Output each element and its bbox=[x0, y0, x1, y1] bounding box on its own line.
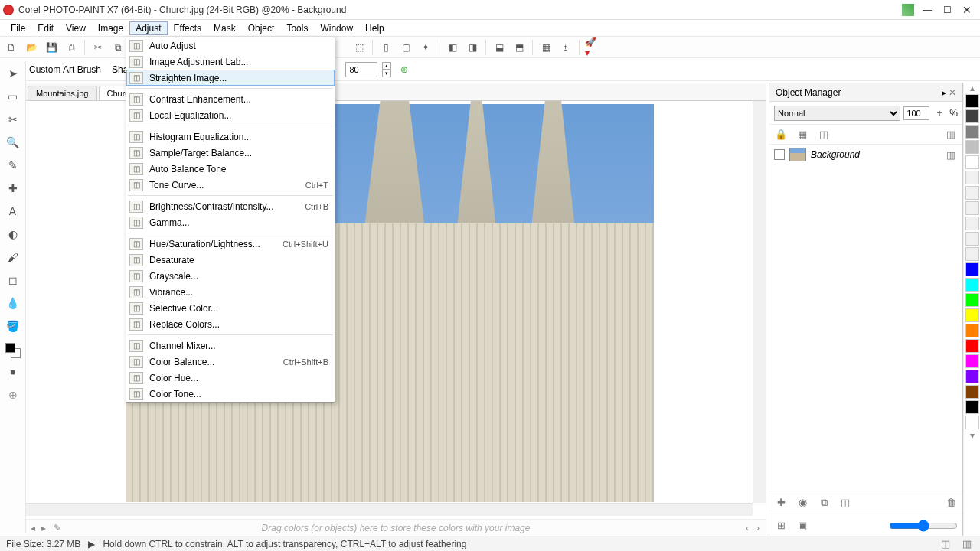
eyedropper-icon[interactable]: ✎ bbox=[54, 523, 61, 533]
toolbar-icon[interactable]: ◧ bbox=[444, 39, 461, 56]
zoom-tool-icon[interactable]: 🔍 bbox=[4, 133, 22, 152]
menu-item-vibrance[interactable]: ◫Vibrance... bbox=[126, 284, 335, 300]
brush-preset-label[interactable]: Custom Art Brush bbox=[26, 64, 104, 75]
color-swatch[interactable] bbox=[965, 416, 979, 429]
menu-tools[interactable]: Tools bbox=[280, 21, 314, 35]
text-tool-icon[interactable]: A bbox=[4, 202, 22, 220]
new-icon[interactable]: 🗋 bbox=[3, 39, 20, 56]
menu-item-gamma[interactable]: ◫Gamma... bbox=[126, 214, 335, 230]
palette-scroll-right-icon[interactable]: › bbox=[756, 523, 760, 533]
palette-prev-icon[interactable]: ◂ bbox=[31, 523, 35, 533]
grid-icon[interactable]: ▦ bbox=[795, 128, 809, 142]
add-icon[interactable]: ⊕ bbox=[396, 61, 413, 78]
menu-item-straighten-image[interactable]: ◫Straighten Image... bbox=[126, 70, 335, 86]
clone-tool-icon[interactable]: ✎ bbox=[4, 156, 22, 174]
menu-item-grayscale[interactable]: ◫Grayscale... bbox=[126, 268, 335, 284]
palette-up-icon[interactable]: ▴ bbox=[964, 83, 980, 93]
paint-tool-icon[interactable]: 🖌 bbox=[4, 248, 22, 266]
color-swatch[interactable] bbox=[965, 155, 979, 169]
pick-tool-icon[interactable]: ➤ bbox=[4, 64, 22, 83]
color-swatch[interactable] bbox=[965, 324, 979, 337]
menu-item-histogram-equalization[interactable]: ◫Histogram Equalization... bbox=[126, 129, 335, 145]
color-swatch[interactable] bbox=[965, 385, 979, 399]
horizontal-scrollbar[interactable] bbox=[26, 503, 753, 516]
thumbnail-options-icon[interactable]: ▥ bbox=[944, 128, 958, 142]
color-swatch[interactable] bbox=[965, 109, 979, 123]
document-tab[interactable]: Mountains.jpg bbox=[28, 86, 97, 100]
size-input[interactable]: 80 bbox=[345, 62, 377, 77]
menu-item-auto-adjust[interactable]: ◫Auto Adjust bbox=[126, 37, 335, 54]
menu-effects[interactable]: Effects bbox=[168, 21, 207, 35]
menu-item-channel-mixer[interactable]: ◫Channel Mixer... bbox=[126, 337, 335, 354]
panel-header[interactable]: Object Manager ▸ ✕ bbox=[769, 83, 962, 102]
menu-item-sample-target-balance[interactable]: ◫Sample/Target Balance... bbox=[126, 145, 335, 161]
menu-item-hue-saturation-lightness[interactable]: ◫Hue/Saturation/Lightness...Ctrl+Shift+U bbox=[126, 236, 335, 252]
launch-icon[interactable]: 🚀▾ bbox=[584, 39, 601, 56]
blend-mode-select[interactable]: Normal bbox=[774, 106, 900, 121]
panel-menu-icon[interactable]: ▸ ✕ bbox=[942, 87, 956, 98]
menu-image[interactable]: Image bbox=[92, 21, 129, 35]
toolbar-icon[interactable]: ▦ bbox=[537, 39, 554, 56]
toolbar-icon[interactable]: ▢ bbox=[397, 39, 414, 56]
menu-item-brightness-contrast-intensity[interactable]: ◫Brightness/Contrast/Intensity...Ctrl+B bbox=[126, 198, 335, 214]
mask-tool-icon[interactable]: ▭ bbox=[4, 87, 22, 106]
new-lens-icon[interactable]: ◉ bbox=[795, 496, 809, 510]
minimize-button[interactable]: — bbox=[917, 2, 937, 18]
color-swatch[interactable] bbox=[965, 262, 979, 276]
shape-tool-icon[interactable]: ◻ bbox=[4, 271, 22, 289]
open-icon[interactable]: 📂 bbox=[23, 39, 40, 56]
cut-icon[interactable]: ✂ bbox=[90, 39, 106, 56]
menu-item-selective-color[interactable]: ◫Selective Color... bbox=[126, 300, 335, 316]
pixel-icon[interactable]: ◫ bbox=[817, 128, 831, 142]
color-swatch[interactable] bbox=[965, 186, 979, 200]
toolbar-icon[interactable]: ◨ bbox=[464, 39, 481, 56]
color-swatch[interactable] bbox=[965, 217, 979, 230]
menu-item-tone-curve[interactable]: ◫Tone Curve...Ctrl+T bbox=[126, 177, 335, 193]
panel-close-icon[interactable]: ✕ bbox=[949, 87, 956, 98]
palette-down-icon[interactable]: ▾ bbox=[964, 430, 980, 441]
color-swatch[interactable] bbox=[965, 293, 979, 307]
toolbar-icon[interactable]: ▯ bbox=[377, 39, 394, 56]
crop-tool-icon[interactable]: ✂ bbox=[4, 110, 22, 129]
menu-item-color-hue[interactable]: ◫Color Hue... bbox=[126, 370, 335, 386]
menu-mask[interactable]: Mask bbox=[207, 21, 242, 35]
menu-edit[interactable]: Edit bbox=[31, 21, 60, 35]
palette-play-icon[interactable]: ▸ bbox=[41, 523, 46, 533]
combine-icon[interactable]: ⊞ bbox=[774, 519, 788, 533]
color-swatch[interactable] bbox=[965, 125, 979, 139]
color-swatch[interactable] bbox=[965, 201, 979, 215]
color-swatch[interactable] bbox=[965, 171, 979, 184]
toolbar-icon[interactable]: ⬒ bbox=[511, 39, 528, 56]
size-spinner[interactable]: ▴▾ bbox=[382, 62, 391, 77]
menu-item-auto-balance-tone[interactable]: ◫Auto Balance Tone bbox=[126, 161, 335, 177]
new-object-icon[interactable]: ✚ bbox=[774, 496, 788, 510]
document-palette[interactable]: ◂ ▸ ✎ Drag colors (or objects) here to s… bbox=[26, 519, 766, 536]
lock-icon[interactable]: 🔒 bbox=[774, 128, 788, 142]
opacity-input[interactable] bbox=[903, 106, 929, 120]
play-icon[interactable]: ▶ bbox=[88, 539, 95, 549]
opacity-slider[interactable] bbox=[889, 520, 958, 532]
color-swatch[interactable] bbox=[965, 400, 979, 414]
color-swatch[interactable] bbox=[965, 278, 979, 292]
status-icon[interactable]: ◫ bbox=[939, 537, 952, 551]
menu-item-image-adjustment-lab[interactable]: ◫Image Adjustment Lab... bbox=[126, 54, 335, 70]
new-mask-icon[interactable]: ◫ bbox=[838, 496, 852, 510]
copy-icon[interactable]: ⧉ bbox=[109, 39, 126, 56]
menu-item-replace-colors[interactable]: ◫Replace Colors... bbox=[126, 316, 335, 332]
menu-file[interactable]: File bbox=[5, 21, 31, 35]
print-icon[interactable]: ⎙ bbox=[63, 39, 80, 56]
color-swatch[interactable] bbox=[965, 370, 979, 383]
layer-row[interactable]: Background ▥ bbox=[769, 145, 962, 165]
color-swatch[interactable] bbox=[965, 308, 979, 322]
wand-icon[interactable]: ✦ bbox=[417, 39, 434, 56]
delete-icon[interactable]: 🗑 bbox=[944, 496, 958, 510]
color-swatch[interactable] bbox=[965, 232, 979, 246]
merge-icon[interactable]: ▣ bbox=[795, 519, 809, 533]
palette-scroll-left-icon[interactable]: ‹ bbox=[746, 523, 749, 533]
menu-object[interactable]: Object bbox=[242, 21, 281, 35]
reset-colors-icon[interactable]: ■ bbox=[4, 363, 22, 381]
toolbar-icon[interactable]: ⬚ bbox=[351, 39, 368, 56]
maximize-button[interactable]: ☐ bbox=[937, 2, 957, 18]
fg-bg-swatch[interactable] bbox=[5, 343, 21, 358]
new-group-icon[interactable]: ⧉ bbox=[817, 496, 831, 510]
